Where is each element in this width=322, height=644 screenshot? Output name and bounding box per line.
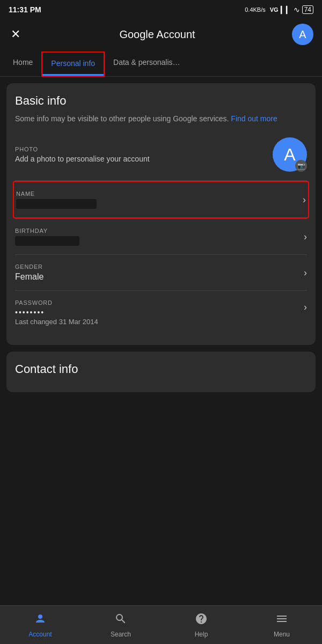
nav-account-label: Account [28, 631, 52, 638]
password-row[interactable]: PASSWORD •••••••• Last changed 31 Mar 20… [15, 291, 307, 334]
name-row[interactable]: NAME › [16, 182, 306, 217]
status-bar: 11:31 PM 0.4KB/s VG ▎▎ ∿ 74 [0, 0, 322, 19]
nav-help[interactable]: Help [161, 606, 241, 644]
birthday-chevron: › [304, 231, 307, 243]
tab-bar: Home Personal info Data & personalisatio… [0, 52, 322, 77]
nav-account[interactable]: Account [0, 606, 80, 644]
tab-personal-info[interactable]: Personal info [42, 53, 104, 76]
avatar[interactable]: A [292, 24, 313, 45]
gender-label: GENDER [15, 264, 299, 270]
birthday-label: BIRTHDAY [15, 228, 299, 234]
photo-desc: Add a photo to personalise your account [15, 155, 150, 163]
photo-label: PHOTO [15, 146, 150, 152]
contact-info-card: Contact info [6, 352, 316, 392]
photo-avatar-wrap[interactable]: A 📷 [273, 137, 307, 172]
nav-help-label: Help [195, 631, 208, 638]
gender-row[interactable]: GENDER Female › [15, 255, 307, 290]
password-value: •••••••• [15, 308, 299, 317]
top-bar: ✕ Google Account A [0, 19, 322, 52]
basic-info-title: Basic info [15, 94, 307, 108]
bottom-nav: Account Search Help Menu [0, 605, 322, 644]
status-time: 11:31 PM [9, 5, 41, 14]
photo-row[interactable]: PHOTO Add a photo to personalise your ac… [15, 133, 307, 180]
name-value [16, 199, 97, 209]
svg-point-0 [38, 614, 42, 619]
account-icon [34, 612, 47, 628]
password-label: PASSWORD [15, 299, 299, 306]
battery-icon: 74 [302, 5, 313, 14]
page-title: Google Account [119, 28, 195, 41]
tab-data[interactable]: Data & personalisation [105, 52, 191, 76]
name-chevron: › [303, 194, 306, 206]
nav-search-label: Search [111, 631, 131, 638]
help-icon [195, 612, 208, 628]
main-content: Basic info Some info may be visible to o… [0, 77, 322, 444]
password-sub: Last changed 31 Mar 2014 [15, 318, 299, 326]
status-icons: 0.4KB/s VG ▎▎ ∿ 74 [245, 5, 313, 14]
find-out-more-link[interactable]: Find out more [231, 114, 277, 123]
signal-icon: ▎▎ [281, 6, 291, 14]
gender-chevron: › [304, 267, 307, 279]
birthday-value [15, 236, 79, 246]
name-row-wrapper: NAME › [13, 181, 309, 218]
basic-info-desc: Some info may be visible to other people… [15, 113, 307, 125]
close-icon: ✕ [11, 27, 20, 41]
password-chevron: › [304, 302, 307, 313]
nav-search[interactable]: Search [80, 606, 161, 644]
camera-badge: 📷 [295, 160, 307, 172]
basic-info-card: Basic info Some info may be visible to o… [6, 83, 316, 345]
camera-icon: 📷 [297, 162, 305, 170]
gender-value: Female [15, 272, 299, 282]
nav-menu-label: Menu [274, 631, 290, 638]
nav-menu[interactable]: Menu [241, 606, 322, 644]
contact-info-title: Contact info [15, 362, 307, 376]
menu-icon [275, 612, 288, 628]
close-button[interactable]: ✕ [9, 25, 23, 43]
network-speed: 0.4KB/s [245, 6, 266, 13]
search-icon [114, 612, 127, 628]
tab-home[interactable]: Home [4, 52, 41, 76]
network-label: VG [270, 6, 279, 13]
birthday-row[interactable]: BIRTHDAY › [15, 219, 307, 254]
wifi-icon: ∿ [294, 5, 300, 14]
name-label: NAME [16, 191, 298, 197]
